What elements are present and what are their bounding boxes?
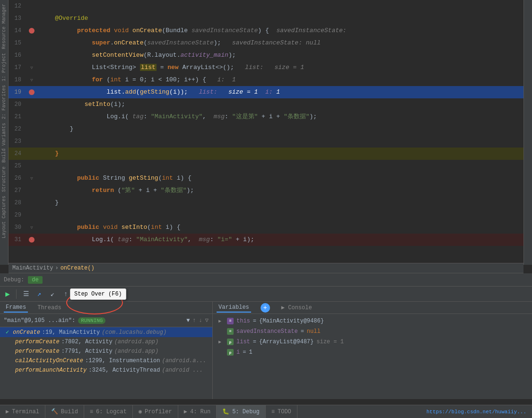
breadcrumb-method: onCreate() <box>61 265 95 271</box>
breadcrumb-class: MainActivity <box>12 265 53 271</box>
debug-panels: Frames Threads "main"@9,105 ...ain": RUN… <box>0 302 532 399</box>
vars-panel: Variables + ▶ Console ▶ ≡ this = {MainAc… <box>213 302 532 399</box>
rerun-button[interactable]: ☰ <box>20 288 32 300</box>
code-editor: 12 13 @Override 14 protected void onCrea… <box>9 0 523 265</box>
build-icon: 🔨 <box>51 408 58 415</box>
fold-arrow-17[interactable]: ▽ <box>29 65 34 70</box>
sidebar-label-resource: Resource Manager <box>1 4 7 49</box>
tab-profiler[interactable]: ◉ Profiler <box>133 405 178 418</box>
terminal-icon: ▶ <box>6 408 9 415</box>
breadcrumb-bar: MainActivity › onCreate() <box>9 263 523 273</box>
breakpoint-19[interactable] <box>29 89 35 95</box>
debug-label-tab: 5: Debug <box>232 409 260 415</box>
tab-variables[interactable]: Variables <box>217 303 251 313</box>
code-line-27: 27 return ("第" + i + "条数据"); <box>9 184 523 197</box>
step-over-tooltip: Step Over (F6) <box>70 288 126 300</box>
code-line-22: 22 } <box>9 123 523 135</box>
breakpoint-31[interactable] <box>29 237 35 243</box>
var-item-this: ▶ ≡ this = {MainActivity@9486} <box>217 316 528 326</box>
frame-item-4[interactable]: performLaunchActivity :3245, ActivityThr… <box>0 366 212 375</box>
fold-arrow[interactable] <box>29 4 34 9</box>
thread-bar: "main"@9,105 ...ain": RUNNING ▼ ↑ ↓ ▽ <box>0 314 212 327</box>
tab-run[interactable]: ▶ 4: Run <box>178 405 217 418</box>
logcat-icon: ≡ <box>90 409 93 415</box>
code-line-24: 24 } <box>9 148 523 160</box>
profiler-icon: ◉ <box>139 408 142 415</box>
var-item-list: ▶ p list = {ArrayList@9487} size = 1 <box>217 337 528 347</box>
todo-icon: ≡ <box>271 409 275 415</box>
debug-icon-tab: 🐛 <box>222 408 229 415</box>
add-watch-button[interactable]: + <box>261 303 270 313</box>
debug-tab[interactable]: de <box>28 276 42 284</box>
frame-item-2[interactable]: performCreate :7791, Activity (android.a… <box>0 347 212 356</box>
var-icon-list: p <box>227 339 234 345</box>
vars-panel-header: Variables + ▶ Console <box>213 302 532 314</box>
var-icon-saved: ≡ <box>227 328 234 335</box>
frame-check: ✓ <box>6 329 9 336</box>
frames-panel: Frames Threads "main"@9,105 ...ain": RUN… <box>0 302 213 399</box>
step-into-button[interactable]: ↙ <box>47 288 58 300</box>
build-label: Build <box>61 409 78 415</box>
var-item-i: p i = 1 <box>217 347 528 357</box>
tab-frames[interactable]: Frames <box>4 303 28 313</box>
tab-threads[interactable]: Threads <box>35 304 63 312</box>
breakpoint-14[interactable] <box>29 28 35 34</box>
thread-filter-btn[interactable]: ▽ <box>205 317 209 324</box>
thread-down-btn[interactable]: ↓ <box>199 317 202 324</box>
thread-dropdown[interactable]: ▼ <box>186 317 190 324</box>
terminal-label: Terminal <box>12 409 39 415</box>
tab-console[interactable]: ▶ Console <box>279 303 314 312</box>
step-over-button[interactable]: ↗ <box>34 288 45 300</box>
left-sidebar: Resource Manager 1: Project 2: Favorites… <box>0 0 9 265</box>
profiler-label: Profiler <box>145 409 172 415</box>
var-expand-this[interactable]: ▶ <box>218 318 224 324</box>
var-list: ▶ ≡ this = {MainActivity@9486} ≡ savedIn… <box>213 314 532 399</box>
frame-list: ✓ onCreate :19, MainActivity (com.lucash… <box>0 327 212 399</box>
tab-debug[interactable]: 🐛 5: Debug <box>217 405 266 418</box>
sidebar-label-structure: Structure <box>1 166 7 192</box>
code-line-28: 28 } <box>9 197 523 209</box>
run-icon-tab: ▶ <box>184 408 187 415</box>
code-line-12: 12 <box>9 0 523 12</box>
code-line-23: 23 <box>9 135 523 148</box>
thread-up-btn[interactable]: ↑ <box>192 317 196 324</box>
fold-arrow-18[interactable]: ▽ <box>29 78 34 82</box>
fold-arrow-26[interactable]: ▽ <box>29 176 34 181</box>
frame-item-1[interactable]: performCreate :7802, Activity (android.a… <box>0 337 212 347</box>
code-line-31: 31 Log.i( tag: "MainActivity", msg: "i="… <box>9 234 523 246</box>
run-label: 4: Run <box>190 409 210 415</box>
breadcrumb-sep: › <box>55 265 58 271</box>
code-line-19: 19 list.add(getSting(i)); list: size = 1… <box>9 86 523 98</box>
sidebar-label-project: 1: Project <box>1 53 7 81</box>
status-tabs: ▶ Terminal 🔨 Build ≡ 6: Logcat ◉ Profile… <box>0 405 297 418</box>
frame-item-0[interactable]: ✓ onCreate :19, MainActivity (com.lucash… <box>0 327 212 337</box>
status-bar: ▶ Terminal 🔨 Build ≡ 6: Logcat ◉ Profile… <box>0 405 532 418</box>
toolbar-sep <box>16 289 17 299</box>
debug-top-bar: Debug: de <box>0 273 532 287</box>
logcat-label: 6: Logcat <box>96 409 127 415</box>
tab-terminal[interactable]: ▶ Terminal <box>0 405 45 418</box>
sidebar-label-captures: Layout Captures <box>1 196 7 238</box>
var-expand-list[interactable]: ▶ <box>218 339 224 345</box>
debug-label: Debug: <box>4 277 24 283</box>
var-icon-i: p <box>227 349 234 356</box>
todo-label: TODO <box>278 409 291 415</box>
frame-item-3[interactable]: callActivityOnCreate :1299, Instrumentat… <box>0 356 212 366</box>
status-url: https://blog.csdn.net/huwaiiy... <box>427 409 532 415</box>
thread-name: "main"@9,105 ...ain": <box>4 317 75 324</box>
var-icon-this: ≡ <box>227 318 234 324</box>
tab-build[interactable]: 🔨 Build <box>45 405 84 418</box>
frames-panel-header: Frames Threads <box>0 302 212 314</box>
tab-logcat[interactable]: ≡ 6: Logcat <box>84 405 133 418</box>
code-line-21: 21 Log.i( tag: "MainActivity", msg: "这是第… <box>9 111 523 123</box>
var-item-saved: ≡ savedInstanceState = null <box>217 326 528 337</box>
fold-arrow-30[interactable]: ▽ <box>29 225 34 230</box>
thread-status: RUNNING <box>78 317 105 324</box>
right-sidebar <box>523 0 532 265</box>
tab-todo[interactable]: ≡ TODO <box>266 405 297 418</box>
sidebar-label-favorites: 2: Favorites <box>1 85 7 119</box>
run-resume-button[interactable]: ▶ <box>3 289 12 299</box>
sidebar-label-build: Build Variants <box>1 123 7 163</box>
